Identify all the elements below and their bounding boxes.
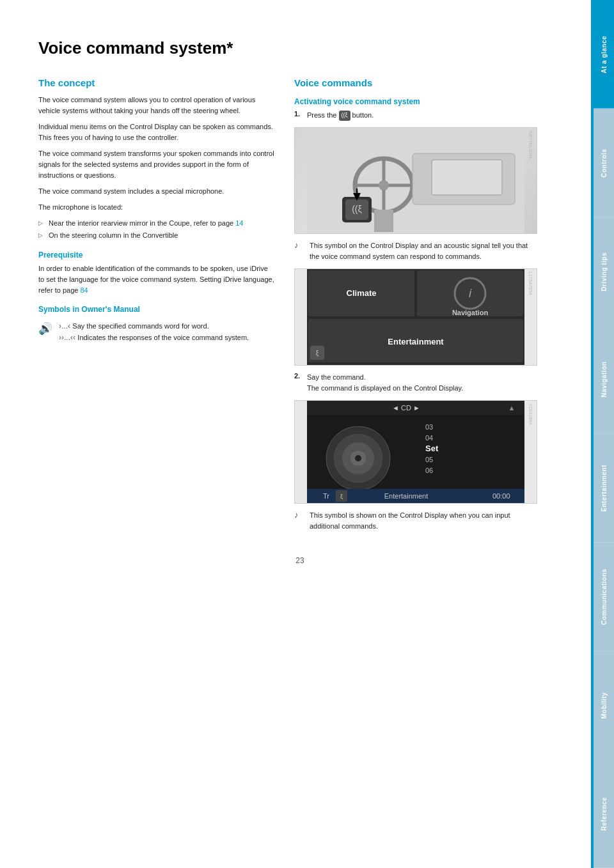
svg-text:◄  CD  ►: ◄ CD ► — [392, 404, 420, 412]
left-para-4: The voice command system includes a spec… — [38, 186, 275, 197]
left-para-5: The microphone is located: — [38, 202, 275, 213]
symbols-heading: Symbols in Owner's Manual — [38, 305, 275, 314]
sidebar-tab-driving-tips[interactable]: Driving tips — [594, 217, 614, 326]
main-content: Voice command system* The concept The vo… — [0, 0, 594, 868]
step2-main: Say the command. — [307, 372, 463, 383]
svg-text:03: 03 — [425, 423, 433, 431]
left-para-1: The voice command system allows you to c… — [38, 95, 275, 116]
car-diagram-wrapper: ((ξ WET6NLS04A — [294, 127, 537, 234]
watermark-2: L1T6A765A — [528, 272, 533, 295]
symbol-box: 🔊 ›...‹ Say the specified commands word … — [38, 320, 275, 344]
svg-text:Navigation: Navigation — [452, 309, 489, 316]
sidebar-tab-communications[interactable]: Communications — [594, 543, 614, 651]
symbol-note-2-text: This symbol is shown on the Control Disp… — [310, 510, 537, 532]
sidebar: At a glance Controls Driving tips Naviga… — [594, 0, 614, 868]
step-2: 2. Say the command. The command is displ… — [294, 372, 537, 394]
step2-detail: The command is displayed on the Control … — [307, 383, 463, 394]
sidebar-tab-reference[interactable]: Reference — [594, 759, 614, 868]
two-column-layout: The concept The voice command system all… — [38, 77, 562, 537]
svg-text:Entertainment: Entertainment — [384, 492, 428, 500]
cd-display-wrapper: ◄ CD ► ▲ 03 04 Set 05 — [294, 400, 537, 504]
svg-text:Tr: Tr — [323, 492, 329, 500]
svg-text:▲: ▲ — [508, 404, 516, 412]
page-title: Voice command system* — [38, 38, 562, 58]
watermark-3: YZE3268A — [528, 403, 533, 425]
svg-text:ξ: ξ — [340, 493, 343, 500]
link-page-14[interactable]: 14 — [235, 219, 243, 227]
svg-point-31 — [355, 455, 361, 461]
svg-text:06: 06 — [425, 467, 433, 474]
bullet-list: Near the interior rearview mirror in the… — [38, 218, 275, 241]
sidebar-tab-entertainment[interactable]: Entertainment — [594, 434, 614, 543]
sidebar-tab-at-a-glance[interactable]: At a glance — [594, 0, 614, 109]
svg-rect-5 — [374, 210, 393, 232]
symbol-note-2: ♪ This symbol is shown on the Control Di… — [294, 510, 537, 532]
right-column: Voice commands Activating voice command … — [294, 77, 537, 537]
symbol-text: ›...‹ Say the specified commands word fo… — [59, 320, 249, 344]
right-section-heading: Voice commands — [294, 77, 537, 88]
music-symbol-2: ♪ — [294, 510, 306, 520]
svg-text:ξ: ξ — [316, 350, 319, 357]
svg-text:00:00: 00:00 — [492, 492, 510, 500]
watermark-1: WET6NLS04A — [528, 130, 533, 160]
svg-rect-7 — [432, 160, 502, 195]
bullet-item-0: Near the interior rearview mirror in the… — [38, 218, 275, 229]
svg-point-4 — [379, 180, 389, 190]
car-interior-svg: ((ξ — [295, 128, 537, 233]
voice-button-icon: ((ξ — [339, 111, 350, 121]
bullet-item-1: On the steering column in the Convertibl… — [38, 230, 275, 241]
activating-heading: Activating voice command system — [294, 97, 537, 106]
nav-menu-diagram: Climate i Navigation Entertainment — [294, 268, 537, 366]
link-page-84[interactable]: 84 — [80, 286, 88, 294]
car-interior-diagram: ((ξ WET6NLS04A — [294, 127, 537, 234]
nav-menu-wrapper: Climate i Navigation Entertainment — [294, 268, 537, 366]
step1-text: Press the ((ξ button. — [307, 110, 374, 121]
svg-text:((ξ: ((ξ — [352, 204, 362, 214]
prerequisite-text: In order to enable identification of the… — [38, 263, 275, 296]
svg-text:Entertainment: Entertainment — [388, 337, 444, 346]
nav-menu-svg: Climate i Navigation Entertainment — [295, 269, 537, 365]
svg-text:05: 05 — [425, 456, 433, 463]
symbol-note-1: ♪ This symbol on the Control Display and… — [294, 240, 537, 262]
prerequisite-heading: Prerequisite — [38, 251, 275, 260]
symbol-note-1-text: This symbol on the Control Display and a… — [310, 240, 537, 262]
svg-text:04: 04 — [425, 434, 433, 442]
speaker-icon: 🔊 — [38, 322, 54, 336]
svg-text:Climate: Climate — [347, 288, 377, 298]
svg-text:Set: Set — [425, 444, 439, 453]
sidebar-tab-navigation[interactable]: Navigation — [594, 325, 614, 434]
left-section-heading: The concept — [38, 77, 275, 88]
left-column: The concept The voice command system all… — [38, 77, 275, 537]
sidebar-tab-mobility[interactable]: Mobility — [594, 651, 614, 760]
page-number: 23 — [38, 556, 562, 578]
music-symbol-1: ♪ — [294, 240, 306, 250]
sidebar-tab-controls[interactable]: Controls — [594, 109, 614, 217]
step-1: 1. Press the ((ξ button. — [294, 110, 537, 121]
cd-display-diagram: ◄ CD ► ▲ 03 04 Set 05 — [294, 400, 537, 504]
left-para-2: Individual menu items on the Control Dis… — [38, 121, 275, 143]
cd-display-svg: ◄ CD ► ▲ 03 04 Set 05 — [295, 401, 537, 503]
left-para-3: The voice command system transforms your… — [38, 148, 275, 181]
